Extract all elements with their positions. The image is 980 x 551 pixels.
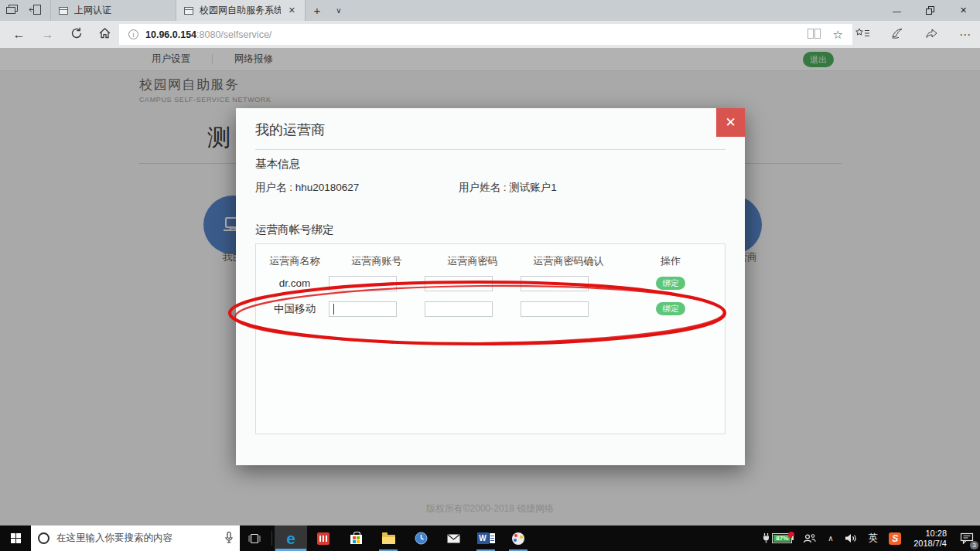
url-path: :8080/selfservice/: [196, 29, 271, 40]
bind-button-cmcc[interactable]: 绑定: [656, 302, 685, 315]
page-favicon: [184, 7, 193, 15]
favorite-star-icon[interactable]: ☆: [833, 28, 843, 42]
tab-auth[interactable]: 上网认证: [50, 0, 176, 21]
taskbar-red-app-button[interactable]: [307, 525, 340, 551]
taskbar-explorer-button[interactable]: [372, 525, 405, 551]
forward-icon: →: [33, 28, 62, 42]
mail-icon: [447, 534, 460, 543]
browser-addressbar: ← → i 10.96.0.154:8080/selfservice/ ☆ ⋯: [0, 21, 980, 48]
operator-bind-heading: 运营商帐号绑定: [255, 223, 726, 237]
url-host: 10.96.0.154: [145, 29, 196, 40]
dialog-close-button[interactable]: ✕: [716, 108, 745, 137]
volume-icon[interactable]: [839, 533, 863, 543]
tab-preview-icon[interactable]: [6, 4, 18, 18]
battery-indicator[interactable]: 87%: [757, 533, 797, 543]
red-app-icon: [317, 532, 330, 545]
tab-menu-chevron-icon[interactable]: ∨: [329, 0, 349, 21]
tab-label: 校园网自助服务系统: [200, 4, 281, 17]
microphone-icon[interactable]: [225, 532, 233, 546]
task-view-button[interactable]: [240, 525, 269, 551]
action-center-button[interactable]: 3: [954, 525, 980, 551]
clock-date: 2018/7/4: [913, 539, 947, 549]
tab-label: 上网认证: [74, 4, 111, 17]
screen: 上网认证 校园网自助服务系统 ✕ + ∨ — ✕ ← → i 10.96.0.1…: [0, 0, 980, 551]
paint-icon: [512, 532, 524, 545]
window-controls: — ✕: [880, 0, 980, 21]
table-row: dr.com 绑定: [261, 270, 725, 296]
col-operator-name: 运营商名称: [261, 254, 329, 268]
taskbar-divider: [271, 531, 272, 546]
url-text: 10.96.0.154:8080/selfservice/: [145, 29, 271, 40]
close-window-button[interactable]: ✕: [947, 0, 980, 21]
taskbar-store-button[interactable]: [340, 525, 372, 551]
taskbar-clock[interactable]: 10:28 2018/7/4: [907, 529, 954, 549]
clock-icon: [415, 532, 428, 545]
password-input-drcom[interactable]: [425, 276, 493, 291]
password-input-cmcc[interactable]: [425, 301, 493, 317]
folder-icon: [382, 535, 395, 544]
share-icon[interactable]: [925, 28, 938, 41]
taskbar-search-box[interactable]: 在这里输入你要搜索的内容: [31, 525, 240, 551]
my-operator-dialog: ✕ 我的运营商 基本信息 用户名 : hhu20180627 用户姓名 : 测试…: [236, 108, 745, 465]
plug-icon: [763, 533, 770, 543]
col-operator-password: 运营商密码: [425, 254, 521, 268]
table-row: 中国移动 绑定: [261, 296, 725, 321]
sogou-icon: S: [889, 532, 901, 545]
hidden-icons-chevron[interactable]: ∧: [822, 534, 838, 542]
tab-selfservice[interactable]: 校园网自助服务系统 ✕: [176, 0, 306, 21]
tab-close-icon[interactable]: ✕: [287, 4, 297, 17]
table-header-row: 运营商名称 运营商账号 运营商密码 运营商密码确认 操作: [261, 252, 725, 270]
col-operator-password-confirm: 运营商密码确认: [521, 254, 616, 268]
taskbar-word-button[interactable]: W: [470, 525, 502, 551]
notification-badge: 3: [970, 541, 978, 549]
operator-bind-table: 运营商名称 运营商账号 运营商密码 运营商密码确认 操作 dr.com 绑定: [255, 243, 726, 434]
col-action: 操作: [616, 254, 725, 268]
username-text: 用户名 : hhu20180627: [255, 181, 459, 195]
store-icon: [350, 535, 362, 544]
battery-alert-dot: [788, 532, 794, 538]
account-input-drcom[interactable]: [329, 276, 397, 291]
people-icon[interactable]: [797, 533, 822, 544]
edge-icon: e: [286, 530, 295, 546]
taskbar-paint-button[interactable]: [502, 525, 534, 551]
set-aside-tabs-icon[interactable]: [29, 4, 41, 18]
clock-time: 10:28: [913, 529, 947, 539]
operator-name: 中国移动: [261, 302, 329, 316]
reading-view-icon: [808, 29, 821, 41]
password-confirm-input-drcom[interactable]: [521, 276, 589, 291]
operator-name: dr.com: [261, 277, 329, 289]
taskbar-edge-button[interactable]: e: [275, 525, 307, 551]
taskbar-mail-button[interactable]: [437, 525, 470, 551]
back-icon[interactable]: ←: [5, 28, 33, 42]
site-info-icon[interactable]: i: [128, 29, 138, 39]
start-button[interactable]: [0, 525, 31, 551]
dialog-title-divider: [255, 149, 726, 150]
home-icon[interactable]: [90, 27, 119, 42]
ime-indicator[interactable]: 英: [863, 532, 884, 545]
battery-icon: 87%: [772, 533, 792, 543]
refresh-icon[interactable]: [62, 27, 90, 43]
taskbar: 在这里输入你要搜索的内容 e W 87% ∧ 英 S 10:28 2018/7/…: [0, 525, 980, 551]
page-content: 用户设置 网络报修 退出 校园网自助服务 CAMPUS SELF-SERVICE…: [0, 48, 980, 525]
text-caret: [333, 304, 334, 315]
search-placeholder-text: 在这里输入你要搜索的内容: [56, 532, 172, 545]
account-input-cmcc[interactable]: [329, 301, 397, 317]
annotate-pen-icon[interactable]: [891, 28, 904, 41]
restore-button[interactable]: [913, 0, 947, 21]
word-icon: W: [477, 532, 495, 544]
url-field[interactable]: i 10.96.0.154:8080/selfservice/ ☆: [119, 24, 852, 45]
page-favicon: [59, 7, 68, 15]
more-options-icon[interactable]: ⋯: [959, 28, 971, 42]
windows-logo-icon: [11, 533, 21, 543]
new-tab-button[interactable]: +: [306, 0, 329, 21]
minimize-button[interactable]: —: [880, 0, 913, 21]
taskbar-clock-app-button[interactable]: [405, 525, 437, 551]
basic-info-heading: 基本信息: [255, 157, 726, 172]
dialog-title: 我的运营商: [255, 121, 726, 139]
hub-favorites-icon[interactable]: [855, 28, 870, 41]
browser-titlebar: 上网认证 校园网自助服务系统 ✕ + ∨ — ✕: [0, 0, 980, 21]
col-operator-account: 运营商账号: [329, 254, 425, 268]
bind-button-drcom[interactable]: 绑定: [656, 277, 685, 290]
password-confirm-input-cmcc[interactable]: [521, 301, 589, 317]
sogou-tray-button[interactable]: S: [883, 532, 907, 545]
